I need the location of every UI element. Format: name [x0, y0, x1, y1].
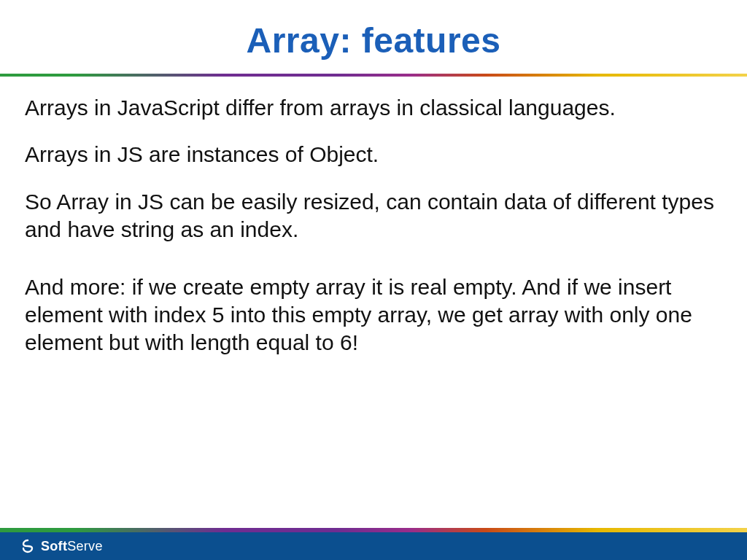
paragraph-4: And more: if we create empty array it is…: [25, 273, 722, 357]
paragraph-2: Arrays in JS are instances of Object.: [25, 141, 722, 168]
slide-title: Array: features: [0, 0, 747, 74]
footer-brand-strong: Soft: [41, 539, 67, 553]
footer-brand: SoftServe: [41, 539, 103, 554]
slide: Array: features Arrays in JavaScript dif…: [0, 0, 747, 560]
paragraph-3: So Array in JS can be easily resized, ca…: [25, 188, 722, 244]
paragraph-1: Arrays in JavaScript differ from arrays …: [25, 94, 722, 122]
softserve-logo-icon: [20, 539, 35, 553]
slide-content: Arrays in JavaScript differ from arrays …: [0, 77, 747, 560]
footer-bar: SoftServe: [0, 532, 747, 560]
footer: SoftServe: [0, 528, 747, 560]
footer-brand-light: Serve: [67, 539, 103, 553]
